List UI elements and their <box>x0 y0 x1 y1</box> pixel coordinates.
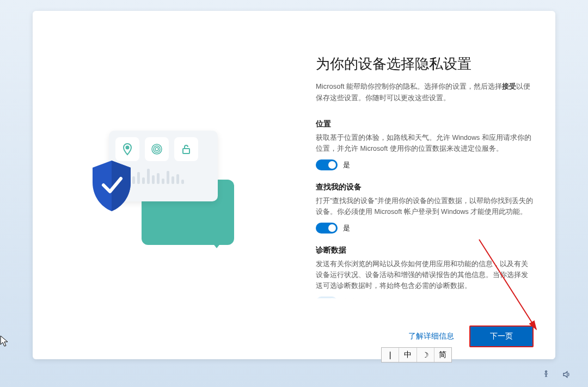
svg-rect-4 <box>183 149 189 153</box>
next-button[interactable]: 下一页 <box>469 325 534 347</box>
setting-title: 位置 <box>316 119 534 129</box>
toggle-label: 是 <box>343 223 350 233</box>
privacy-illustration <box>98 131 250 239</box>
shield-check-icon <box>87 158 136 212</box>
illustration-pane <box>33 11 316 359</box>
ime-cursor-icon[interactable]: | <box>382 348 399 362</box>
page-subtitle: Microsoft 能帮助你控制你的隐私。选择你的设置，然后选择接受以便保存这些… <box>316 81 534 104</box>
ime-simplified[interactable]: 简 <box>434 348 451 362</box>
settings-scroll-area[interactable]: 位置 获取基于位置的体验，如路线和天气。允许 Windows 和应用请求你的位置… <box>316 119 534 299</box>
setting-location: 位置 获取基于位置的体验，如路线和天气。允许 Windows 和应用请求你的位置… <box>316 119 534 170</box>
page-title: 为你的设备选择隐私设置 <box>316 54 534 73</box>
setting-find-device: 查找我的设备 打开"查找我的设备"并使用你的设备的位置数据，以帮助你找到丢失的设… <box>316 182 534 234</box>
system-tray <box>541 370 572 379</box>
subtitle-pre: Microsoft 能帮助你控制你的隐私。选择你的设置，然后选择 <box>316 82 502 90</box>
lock-icon <box>174 137 198 161</box>
setting-desc: 打开"查找我的设备"并使用你的设备的位置数据，以帮助你找到丢失的设备。你必须使用… <box>316 195 534 217</box>
svg-point-2 <box>154 146 160 152</box>
ime-toolbar[interactable]: | 中 ☽ 简 <box>381 347 452 363</box>
fingerprint-icon <box>145 137 169 161</box>
setting-desc: 发送有关你浏览的网站以及你如何使用应用和功能的信息，以及有关设备运行状况、设备活… <box>316 259 534 291</box>
learn-more-link[interactable]: 了解详细信息 <box>408 331 454 341</box>
accessibility-icon[interactable] <box>541 370 551 379</box>
toggle-location[interactable] <box>316 159 338 170</box>
volume-icon[interactable] <box>562 370 572 379</box>
mouse-cursor <box>0 335 10 348</box>
svg-point-0 <box>126 146 129 149</box>
footer-actions: 了解详细信息 下一页 <box>408 325 534 347</box>
subtitle-bold: 接受 <box>502 82 516 90</box>
scroll-fade <box>316 288 534 299</box>
setting-desc: 获取基于位置的体验，如路线和天气。允许 Windows 和应用请求你的位置，并允… <box>316 132 534 154</box>
oobe-panel: 为你的设备选择隐私设置 Microsoft 能帮助你控制你的隐私。选择你的设置，… <box>33 11 555 359</box>
content-pane: 为你的设备选择隐私设置 Microsoft 能帮助你控制你的隐私。选择你的设置，… <box>316 11 555 359</box>
svg-point-1 <box>155 148 158 151</box>
ime-mode-chinese[interactable]: 中 <box>399 348 416 362</box>
setting-title: 查找我的设备 <box>316 182 534 192</box>
setting-title: 诊断数据 <box>316 245 534 255</box>
ime-moon-icon[interactable]: ☽ <box>417 348 434 362</box>
toggle-find-device[interactable] <box>316 223 338 234</box>
svg-point-6 <box>546 371 547 372</box>
toggle-label: 是 <box>343 160 350 170</box>
